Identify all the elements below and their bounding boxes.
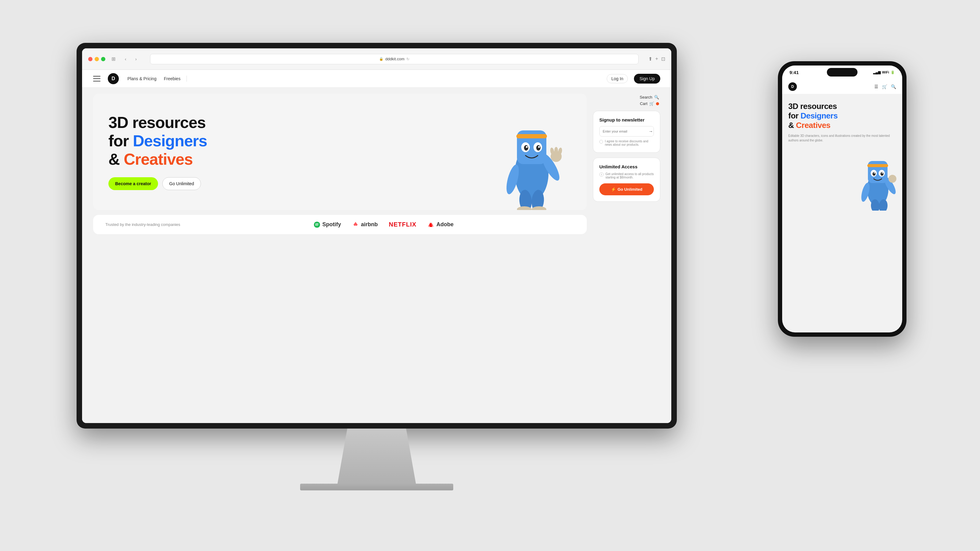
go-unlimited-button[interactable]: Go Unlimited xyxy=(162,177,201,190)
unlimited-description: Get unlimited access to all products sta… xyxy=(605,172,654,179)
cart-badge xyxy=(656,102,659,105)
back-button[interactable]: ‹ xyxy=(121,55,130,64)
lock-icon: 🔒 xyxy=(379,57,383,61)
hero-title-creatives: Creatives xyxy=(124,150,192,168)
email-submit-button[interactable]: → xyxy=(648,126,654,136)
go-unlimited-label: Go Unlimited xyxy=(618,187,643,192)
refresh-icon: ↻ xyxy=(406,57,409,61)
cart-label: Cart xyxy=(640,101,648,106)
hero-buttons: Become a creator Go Unlimited xyxy=(108,177,571,190)
iphone-search-icon[interactable]: 🔍 xyxy=(891,84,896,89)
iphone-status-icons: ▂▄▆ WiFi 🔋 xyxy=(873,70,895,75)
signup-button[interactable]: Sign Up xyxy=(634,74,660,84)
signal-icon: ▂▄▆ xyxy=(873,70,880,75)
trusted-section: Trusted by the industry-leading companie… xyxy=(93,215,587,234)
newsletter-card: Signup to newsletter → I agree to receiv… xyxy=(593,111,660,153)
url-text: dddkit.com xyxy=(385,57,404,61)
browser-nav: ‹ › xyxy=(121,55,140,64)
hero-section: 3D resources for Designers & Creatives B… xyxy=(93,94,587,417)
minimize-button[interactable] xyxy=(95,57,99,61)
spotify-logo: Spotify xyxy=(313,221,341,228)
lightning-icon: ⚡ xyxy=(611,187,616,192)
cart-action[interactable]: Cart 🛒 xyxy=(640,101,659,106)
iphone-content: 3D resources for Designers & Creatives E… xyxy=(782,94,902,150)
newsletter-checkbox: I agree to receive discounts and news ab… xyxy=(599,140,654,146)
nav-link-freebies[interactable]: Freebies xyxy=(164,76,180,81)
airbnb-logo: airbnb xyxy=(352,221,378,228)
fullscreen-button[interactable] xyxy=(101,57,105,61)
adobe-logo: Adobe xyxy=(428,221,453,228)
wifi-icon: WiFi xyxy=(882,70,889,74)
iphone-title-for: for xyxy=(788,111,800,120)
scene: ⊞ ‹ › 🔒 dddkit.com ↻ ⬆ + ⊡ xyxy=(61,30,919,520)
browser-window: ⊞ ‹ › 🔒 dddkit.com ↻ ⬆ + ⊡ xyxy=(82,48,671,423)
iphone-time: 9:41 xyxy=(789,70,799,75)
login-button[interactable]: Log In xyxy=(607,74,628,83)
iphone-logo[interactable]: D xyxy=(788,83,797,91)
browser-actions: ⬆ + ⊡ xyxy=(648,56,665,62)
traffic-lights xyxy=(88,57,105,61)
email-input-row: → xyxy=(599,126,654,137)
nav-links: Plans & Pricing Freebies xyxy=(127,76,180,81)
iphone-menu-icon[interactable]: ☰ xyxy=(874,84,878,89)
iphone-title-designers: Designers xyxy=(800,111,838,120)
iphone-title-and: & xyxy=(788,121,796,130)
imac-screen: ⊞ ‹ › 🔒 dddkit.com ↻ ⬆ + ⊡ xyxy=(76,43,677,429)
right-sidebar: Search 🔍 Cart 🛒 xyxy=(593,94,660,417)
become-creator-button[interactable]: Become a creator xyxy=(108,177,158,190)
sidebar-actions: Search 🔍 Cart 🛒 xyxy=(593,95,660,106)
site-nav: D Plans & Pricing Freebies Log In Sign U… xyxy=(82,70,671,87)
website-content: D Plans & Pricing Freebies Log In Sign U… xyxy=(82,70,671,423)
svg-point-34 xyxy=(888,175,896,183)
iphone-nav-icons: ☰ 🛒 🔍 xyxy=(874,84,896,89)
close-button[interactable] xyxy=(88,57,92,61)
imac-stand xyxy=(328,429,426,484)
address-bar[interactable]: 🔒 dddkit.com ↻ xyxy=(150,54,638,64)
netflix-name: NETFLIX xyxy=(389,221,417,228)
hero-title-line1: 3D resources xyxy=(108,114,206,131)
forward-button[interactable]: › xyxy=(132,55,140,64)
svg-rect-25 xyxy=(867,164,888,167)
new-tab-icon[interactable]: + xyxy=(655,56,658,62)
go-unlimited-cta[interactable]: ⚡ Go Unlimited xyxy=(599,183,654,195)
nav-divider xyxy=(186,76,187,82)
search-action[interactable]: Search 🔍 xyxy=(640,95,659,100)
dynamic-island xyxy=(827,68,858,76)
unlimited-info: i Get unlimited access to all products s… xyxy=(599,172,654,179)
info-icon: i xyxy=(599,172,604,176)
site-logo[interactable]: D xyxy=(108,73,119,84)
tabs-icon[interactable]: ⊡ xyxy=(661,56,665,62)
adobe-name: Adobe xyxy=(436,221,453,228)
iphone-hero-title: 3D resources for Designers & Creatives xyxy=(788,102,896,130)
imac-base xyxy=(300,484,453,491)
menu-icon[interactable] xyxy=(93,76,100,81)
checkbox[interactable] xyxy=(599,140,603,144)
browser-chrome: ⊞ ‹ › 🔒 dddkit.com ↻ ⬆ + ⊡ xyxy=(82,48,671,70)
netflix-logo: NETFLIX xyxy=(389,221,417,228)
iphone-screen: 9:41 ▂▄▆ WiFi 🔋 D ☰ 🛒 xyxy=(782,65,902,332)
svg-point-30 xyxy=(874,172,875,173)
hero-title-designers: Designers xyxy=(133,132,207,150)
iphone-nav: D ☰ 🛒 🔍 xyxy=(782,79,902,94)
iphone-title-creatives: Creatives xyxy=(796,121,830,130)
battery-icon: 🔋 xyxy=(891,70,895,75)
checkbox-label: I agree to receive discounts and news ab… xyxy=(605,140,654,146)
iphone-character xyxy=(856,149,899,211)
unlimited-access-card: Unlimited Access i Get unlimited access … xyxy=(593,158,660,202)
iphone-cart-icon[interactable]: 🛒 xyxy=(882,84,887,89)
newsletter-title: Signup to newsletter xyxy=(599,117,654,122)
sidebar-icon[interactable]: ⊞ xyxy=(111,56,118,62)
svg-point-31 xyxy=(882,172,883,173)
search-icon: 🔍 xyxy=(654,95,659,100)
iphone: 9:41 ▂▄▆ WiFi 🔋 D ☰ 🛒 xyxy=(778,61,907,337)
email-input[interactable] xyxy=(600,127,648,136)
spotify-name: Spotify xyxy=(323,221,341,228)
hero-title-and: & xyxy=(108,150,124,168)
hero-text: 3D resources for Designers & Creatives B… xyxy=(108,114,571,190)
nav-link-pricing[interactable]: Plans & Pricing xyxy=(127,76,156,81)
iphone-outer: 9:41 ▂▄▆ WiFi 🔋 D ☰ 🛒 xyxy=(778,61,907,337)
svg-point-19 xyxy=(313,221,320,227)
search-label: Search xyxy=(640,95,652,100)
unlimited-title: Unlimited Access xyxy=(599,164,654,169)
share-icon[interactable]: ⬆ xyxy=(648,56,652,62)
